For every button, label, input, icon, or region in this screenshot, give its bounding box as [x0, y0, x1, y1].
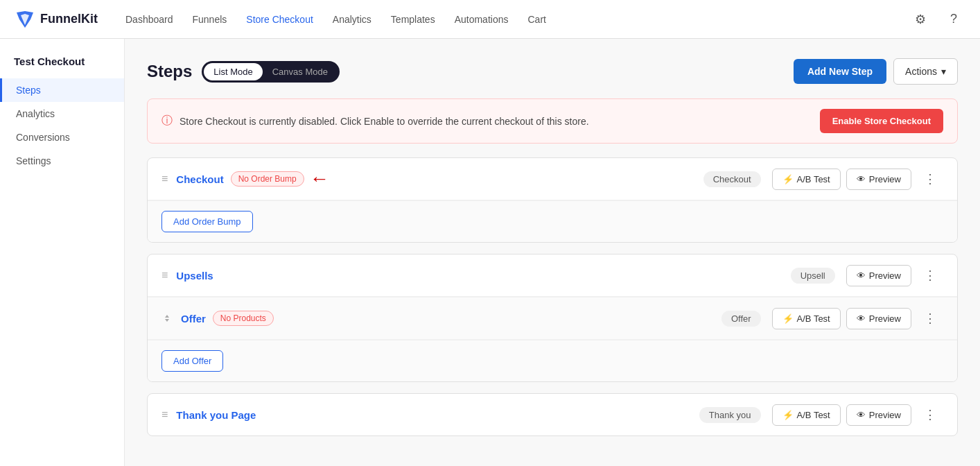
offer-sub-row: Offer No Products Offer ⚡ A/B Test 👁 Pre… [148, 297, 957, 340]
add-offer-button[interactable]: Add Offer [161, 350, 223, 372]
checkout-ab-test-button[interactable]: ⚡ A/B Test [772, 169, 841, 190]
checkout-sub-row: Add Order Bump [148, 200, 957, 242]
upsells-step-name[interactable]: Upsells [176, 270, 213, 282]
checkout-preview-button[interactable]: 👁 Preview [846, 169, 911, 190]
upsells-preview-button[interactable]: 👁 Preview [846, 265, 911, 286]
preview-label: Preview [869, 313, 901, 324]
checkout-badge: No Order Bump [231, 171, 304, 187]
offer-preview-button[interactable]: 👁 Preview [846, 308, 911, 329]
chevron-down-icon: ▾ [941, 66, 946, 77]
sidebar-item-conversions[interactable]: Conversions [0, 126, 124, 149]
sidebar-title: Test Checkout [0, 55, 124, 78]
preview-label: Preview [869, 174, 901, 184]
thank-you-step-row: ≡ Thank you Page Thank you ⚡ A/B Test 👁 … [148, 394, 957, 435]
nav-templates[interactable]: Templates [391, 14, 435, 25]
offer-ab-test-button[interactable]: ⚡ A/B Test [772, 308, 841, 329]
drag-icon-upsells: ≡ [161, 269, 168, 282]
preview-label: Preview [869, 410, 901, 420]
app-layout: Test Checkout Steps Analytics Conversion… [0, 39, 980, 466]
checkout-step-row: ≡ Checkout No Order Bump ← Checkout ⚡ A/… [148, 158, 957, 200]
logo[interactable]: FunnelKit [14, 10, 98, 29]
page-title: Steps [147, 62, 192, 81]
thank-you-actions: ⚡ A/B Test 👁 Preview ⋮ [772, 404, 943, 426]
checkout-step-card: ≡ Checkout No Order Bump ← Checkout ⚡ A/… [147, 157, 958, 243]
main-content: Steps List Mode Canvas Mode Add New Step… [125, 39, 980, 466]
nav-cart[interactable]: Cart [527, 14, 545, 25]
list-mode-tab[interactable]: List Mode [204, 63, 262, 80]
nav-links: Dashboard Funnels Store Checkout Analyti… [125, 14, 908, 25]
preview-icon: 👁 [857, 410, 866, 420]
upsells-step-card: ≡ Upsells Upsell 👁 Preview ⋮ [147, 254, 958, 382]
settings-icon-button[interactable]: ⚙ [908, 7, 933, 32]
help-icon-button[interactable]: ? [941, 7, 966, 32]
alert-icon: ⓘ [161, 114, 173, 128]
actions-button[interactable]: Actions ▾ [893, 58, 958, 85]
preview-icon: 👁 [857, 174, 866, 184]
actions-label: Actions [905, 66, 937, 77]
sidebar-item-steps[interactable]: Steps [0, 78, 124, 102]
steps-header: Steps List Mode Canvas Mode Add New Step… [147, 58, 958, 85]
thank-you-step-name[interactable]: Thank you Page [176, 409, 256, 421]
checkout-more-button[interactable]: ⋮ [917, 168, 943, 190]
offer-badge: No Products [213, 311, 274, 326]
offer-more-button[interactable]: ⋮ [917, 307, 943, 329]
nav-funnels[interactable]: Funnels [193, 14, 227, 25]
thank-you-type-badge: Thank you [699, 407, 761, 423]
alert-text: Store Checkout is currently disabled. Cl… [180, 116, 820, 127]
upsells-actions: 👁 Preview ⋮ [846, 264, 943, 286]
sidebar: Test Checkout Steps Analytics Conversion… [0, 39, 125, 466]
checkout-type-badge: Checkout [703, 171, 761, 187]
upsells-type-badge: Upsell [791, 268, 835, 284]
thank-you-step-card: ≡ Thank you Page Thank you ⚡ A/B Test 👁 … [147, 393, 958, 436]
nav-analytics[interactable]: Analytics [333, 14, 371, 25]
thank-you-more-button[interactable]: ⋮ [917, 404, 943, 426]
ab-test-icon: ⚡ [782, 313, 794, 324]
nav-actions: ⚙ ? [908, 7, 966, 32]
alert-banner: ⓘ Store Checkout is currently disabled. … [147, 98, 958, 144]
offer-step-name[interactable]: Offer [181, 313, 206, 325]
upsells-step-row: ≡ Upsells Upsell 👁 Preview ⋮ [148, 254, 957, 297]
logo-text: FunnelKit [40, 12, 98, 26]
ab-test-label: A/B Test [797, 174, 830, 184]
annotation-arrow: ← [310, 168, 329, 190]
preview-label: Preview [869, 270, 901, 281]
canvas-mode-tab[interactable]: Canvas Mode [263, 63, 338, 80]
preview-icon: 👁 [857, 270, 866, 281]
thank-you-preview-button[interactable]: 👁 Preview [846, 404, 911, 426]
checkout-step-name[interactable]: Checkout [176, 173, 223, 185]
sidebar-item-settings[interactable]: Settings [0, 149, 124, 173]
checkout-actions: ⚡ A/B Test 👁 Preview ⋮ [772, 168, 943, 190]
mode-tabs: List Mode Canvas Mode [202, 61, 340, 83]
ab-test-icon: ⚡ [782, 410, 794, 420]
sidebar-item-analytics[interactable]: Analytics [0, 102, 124, 126]
add-order-bump-button[interactable]: Add Order Bump [161, 211, 253, 232]
nav-store-checkout[interactable]: Store Checkout [246, 14, 313, 25]
upsells-sub-row: Add Offer [148, 340, 957, 381]
nav-automations[interactable]: Automations [455, 14, 509, 25]
drag-icon-thankyou: ≡ [161, 408, 168, 421]
sort-icon-offer [161, 313, 173, 324]
ab-test-label: A/B Test [797, 313, 830, 324]
preview-icon: 👁 [857, 313, 866, 324]
enable-store-checkout-button[interactable]: Enable Store Checkout [820, 109, 943, 133]
thank-you-ab-test-button[interactable]: ⚡ A/B Test [772, 404, 841, 426]
top-navigation: FunnelKit Dashboard Funnels Store Checko… [0, 0, 980, 39]
add-new-step-button[interactable]: Add New Step [794, 59, 886, 84]
offer-type-badge: Offer [721, 311, 761, 327]
offer-actions: ⚡ A/B Test 👁 Preview ⋮ [772, 307, 943, 329]
nav-dashboard[interactable]: Dashboard [125, 14, 173, 25]
upsells-more-button[interactable]: ⋮ [917, 264, 943, 286]
ab-test-label: A/B Test [797, 410, 830, 420]
ab-test-icon: ⚡ [782, 174, 794, 184]
drag-icon-checkout: ≡ [161, 173, 168, 185]
